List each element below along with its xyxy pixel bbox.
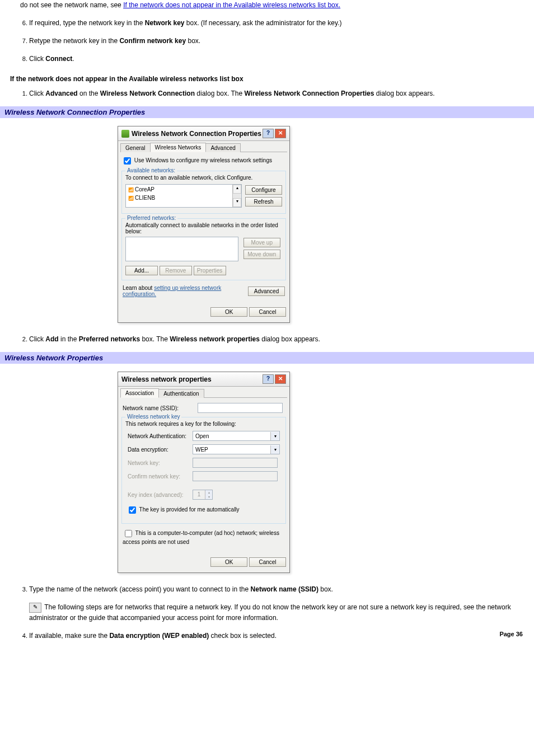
refresh-button[interactable]: Refresh (245, 197, 282, 206)
tabstrip: Association Authentication (120, 388, 287, 398)
chk-adhoc[interactable] (125, 530, 132, 537)
v: WEP (195, 447, 208, 453)
tabstrip: General Wireless Networks Advanced (120, 142, 287, 152)
t: Click (29, 335, 45, 343)
t: box. The (140, 335, 170, 343)
legend-preferred: Preferred networks: (125, 215, 177, 221)
titlebar: Wireless Network Connection Properties ?… (118, 126, 289, 141)
tab-advanced[interactable]: Advanced (205, 143, 240, 152)
t: Connect (45, 55, 72, 63)
properties-button[interactable]: Properties (194, 266, 226, 275)
noappear-step-2: Click Add in the Preferred networks box.… (29, 334, 527, 344)
caption-wncp: Wireless Network Connection Properties (0, 106, 534, 118)
t: Wireless Network Connection (100, 90, 195, 97)
chevron-down-icon[interactable]: ▾ (270, 432, 279, 440)
netkey-field (193, 458, 278, 468)
t: check box is selected. (209, 632, 277, 640)
t: box. (186, 37, 200, 45)
scrollbar[interactable]: ▴ ▾ (232, 185, 241, 207)
movedown-button[interactable]: Move down (243, 250, 280, 259)
note-block: ✎ The following steps are for networks t… (29, 602, 527, 623)
heading-noappear: If the network does not appear in the Av… (10, 75, 527, 83)
noappear-step-4: If available, make sure the Data encrypt… (29, 631, 477, 641)
enc-select[interactable]: WEP▾ (193, 444, 280, 454)
tab-wireless-networks[interactable]: Wireless Networks (150, 143, 207, 152)
noappear-step-1: Click Advanced on the Wireless Network C… (29, 88, 527, 98)
t: dialog box appears. (260, 335, 320, 343)
caption-wnp: Wireless Network Properties (0, 352, 534, 364)
close-icon[interactable]: ✕ (275, 129, 286, 138)
add-button[interactable]: Add... (125, 266, 158, 275)
close-icon[interactable]: ✕ (275, 374, 286, 384)
t: If required, type the network key in the (29, 19, 145, 27)
configure-button[interactable]: Configure (245, 185, 282, 195)
link-noappear[interactable]: If the network does not appear in the Av… (123, 1, 340, 9)
note-icon: ✎ (29, 603, 41, 613)
lbl-autokey: The key is provided for me automatically (139, 506, 240, 513)
cancel-button[interactable]: Cancel (249, 557, 286, 567)
note-text: The following steps are for networks tha… (29, 603, 511, 622)
t: Preferred networks (79, 335, 140, 343)
available-list[interactable]: CoreAP CLIENB (126, 185, 232, 207)
lbl-adhoc: This is a computer-to-computer (ad hoc) … (123, 530, 279, 545)
dialog-wnp: Wireless network properties ? ✕ Associat… (118, 372, 290, 573)
step-5-text: do not see the network name, see (20, 1, 123, 9)
lbl-netkey: Network key: (125, 456, 190, 469)
t: . (72, 55, 74, 63)
remove-button[interactable]: Remove (160, 266, 192, 275)
lbl-auth: Network Authentication: (125, 429, 190, 443)
tab-association[interactable]: Association (120, 388, 159, 398)
t: If available, make sure the (29, 632, 109, 640)
step-8: Click Connect. (29, 54, 527, 64)
advanced-button[interactable]: Advanced (248, 287, 285, 296)
page-number: Page 36 (499, 631, 523, 637)
t: dialog box appears. (374, 90, 434, 97)
step-5-partial: do not see the network name, see If the … (20, 0, 527, 10)
titlebar: Wireless network properties ? ✕ (118, 372, 289, 387)
help-icon[interactable]: ? (263, 129, 274, 138)
moveup-button[interactable]: Move up (243, 238, 280, 247)
help-icon[interactable]: ? (263, 374, 274, 384)
t: Type the name of the network (access poi… (29, 585, 251, 593)
legend-available: Available networks: (125, 167, 177, 173)
chk-use-windows[interactable] (124, 157, 131, 165)
scroll-down-icon[interactable]: ▾ (233, 198, 241, 207)
t: on the (78, 90, 100, 97)
t: Add (45, 335, 58, 343)
legend-wk: Wireless network key (125, 414, 181, 420)
t: dialog box. The (195, 90, 245, 97)
t: box. (If necessary, ask the administrato… (184, 19, 341, 27)
cancel-button[interactable]: Cancel (249, 307, 286, 317)
v: Open (195, 433, 209, 439)
pref-text: Automatically connect to available netwo… (125, 222, 282, 234)
t: Confirm network key (119, 37, 186, 45)
lbl-ssid: Network name (SSID): (120, 401, 195, 415)
t: Retype the network key in the (29, 37, 119, 45)
preferred-list[interactable] (125, 237, 238, 261)
t: box. (318, 585, 333, 593)
tab-authentication[interactable]: Authentication (158, 389, 204, 398)
t: in the (59, 335, 79, 343)
ok-button[interactable]: OK (210, 307, 247, 317)
chk-autokey[interactable] (129, 506, 136, 514)
lbl-enc: Data encryption: (125, 443, 190, 456)
ssid-field[interactable] (198, 403, 283, 413)
step-7: Retype the network key in the Confirm ne… (29, 36, 527, 46)
list-item[interactable]: CLIENB (128, 194, 230, 203)
step-6: If required, type the network key in the… (29, 18, 527, 28)
app-icon (121, 130, 129, 138)
v: 1 (193, 490, 205, 499)
auth-select[interactable]: Open▾ (193, 431, 280, 441)
confirm-field (193, 471, 278, 481)
title-text: Wireless Network Connection Properties (132, 130, 261, 138)
list-item[interactable]: CoreAP (128, 186, 230, 194)
learn-text: Learn about (123, 285, 154, 291)
dialog-wncp: Wireless Network Connection Properties ?… (118, 126, 290, 323)
tab-general[interactable]: General (120, 143, 151, 152)
t: Network name (SSID) (251, 585, 318, 593)
chevron-down-icon[interactable]: ▾ (270, 445, 279, 454)
scroll-up-icon[interactable]: ▴ (233, 185, 241, 194)
lbl-use-windows: Use Windows to configure my wireless net… (134, 157, 272, 163)
t: Wireless Network Connection Properties (245, 90, 374, 97)
ok-button[interactable]: OK (210, 557, 247, 567)
